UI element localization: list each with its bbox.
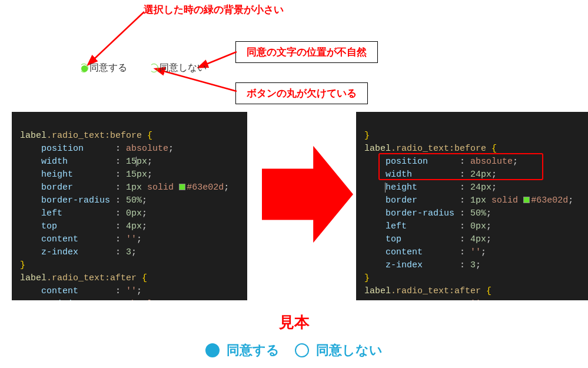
radio-filled-icon <box>205 343 220 357</box>
radio-dot-icon <box>81 65 88 72</box>
original-disagree-label: 同意しない <box>160 62 207 74</box>
annotation-bg-small: 選択した時の緑の背景が小さい <box>141 2 286 18</box>
radio-empty-icon <box>295 343 309 357</box>
radio-ring-icon <box>150 64 158 72</box>
highlight-changed-lines <box>378 153 543 180</box>
sample-agree-label: 同意する <box>227 342 280 359</box>
code-panel-before: label.radio_text:before { position : abs… <box>12 112 247 300</box>
radio-ring-icon <box>79 64 88 72</box>
code-panel-after: } label.radio_text:before { position : a… <box>356 112 588 300</box>
original-radio-group: 同意する 同意しない <box>79 62 207 74</box>
sample-heading: 見本 <box>0 312 588 333</box>
svg-marker-3 <box>262 146 353 243</box>
original-radio-agree[interactable]: 同意する <box>79 62 127 74</box>
sample-radio-agree[interactable]: 同意する <box>205 342 280 359</box>
original-radio-disagree[interactable]: 同意しない <box>150 62 207 74</box>
original-agree-label: 同意する <box>89 62 127 74</box>
svg-line-0 <box>93 12 144 60</box>
svg-line-1 <box>205 52 237 65</box>
big-arrow-icon <box>262 144 353 244</box>
sample-radio-disagree[interactable]: 同意しない <box>295 342 383 359</box>
sample-radio-group: 同意する 同意しない <box>0 342 588 359</box>
sample-disagree-label: 同意しない <box>316 342 383 359</box>
annotation-text-pos: 同意の文字の位置が不自然 <box>235 41 378 63</box>
annotation-circle-cut: ボタンの丸が欠けている <box>235 82 368 104</box>
